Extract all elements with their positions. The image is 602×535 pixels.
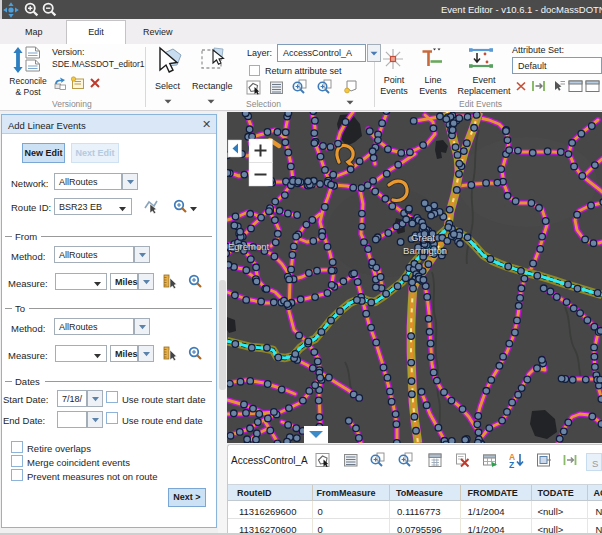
svg-text:Egremont: Egremont xyxy=(228,241,270,252)
svg-text:Barrington: Barrington xyxy=(403,245,447,256)
svg-text:Great: Great xyxy=(411,232,435,243)
svg-text:Z: Z xyxy=(509,460,514,469)
